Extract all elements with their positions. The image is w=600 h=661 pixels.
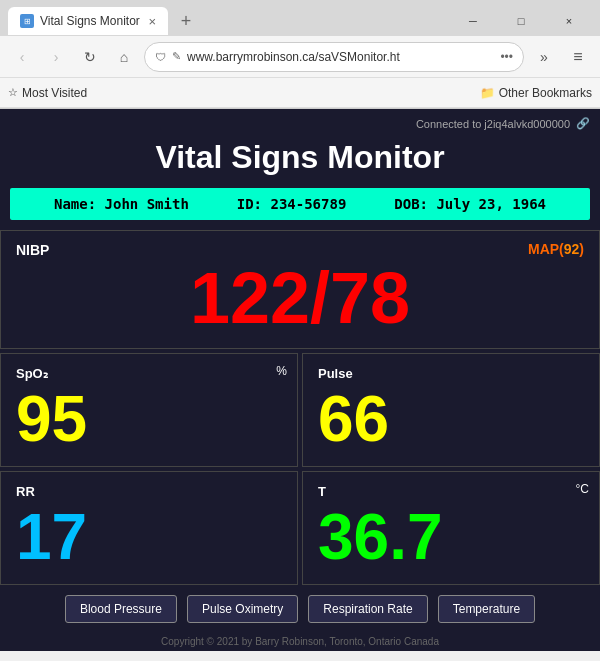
- nav-bar: ‹ › ↻ ⌂ 🛡 ✎ www.barrymrobinson.ca/saVSMo…: [0, 36, 600, 78]
- page-content: Connected to j2iq4alvkd000000 🔗 Vital Si…: [0, 109, 600, 632]
- spo2-section: SpO₂ % 95: [0, 353, 298, 467]
- active-tab[interactable]: ⊞ Vital Signs Monitor ×: [8, 7, 168, 35]
- browser-chrome: ⊞ Vital Signs Monitor × + ─ □ × ‹ › ↻ ⌂ …: [0, 0, 600, 109]
- copyright-text: Copyright © 2021 by Barry Robinson, Toro…: [161, 636, 439, 647]
- security-shield-icon: 🛡: [155, 51, 166, 63]
- spo2-unit: %: [276, 364, 287, 378]
- tab-bar: ⊞ Vital Signs Monitor × + ─ □ ×: [0, 0, 600, 36]
- spo2-value: 95: [16, 382, 282, 456]
- home-button[interactable]: ⌂: [110, 43, 138, 71]
- map-label: MAP(92): [528, 241, 584, 257]
- connection-status-text: Connected to j2iq4alvkd000000: [416, 118, 570, 130]
- other-bookmarks[interactable]: 📁 Other Bookmarks: [480, 86, 592, 100]
- rr-section: RR 17: [0, 471, 298, 585]
- close-button[interactable]: ×: [546, 7, 592, 35]
- tab-title: Vital Signs Monitor: [40, 14, 140, 28]
- browser-menu-button[interactable]: ≡: [564, 43, 592, 71]
- nibp-section: NIBP MAP(92) 122/78: [0, 230, 600, 349]
- restore-button[interactable]: □: [498, 7, 544, 35]
- patient-id: ID: 234-56789: [237, 196, 347, 212]
- nibp-value: 122/78: [16, 259, 584, 338]
- window-controls: ─ □ ×: [450, 7, 592, 35]
- minimize-button[interactable]: ─: [450, 7, 496, 35]
- temp-label: T: [318, 484, 326, 499]
- pulse-section: Pulse 66: [302, 353, 600, 467]
- nibp-label: NIBP: [16, 242, 49, 258]
- action-buttons-row: Blood Pressure Pulse Oximetry Respiratio…: [0, 585, 600, 633]
- other-bookmarks-label: Other Bookmarks: [499, 86, 592, 100]
- patient-info-bar: Name: John Smith ID: 234-56789 DOB: July…: [10, 188, 590, 220]
- extensions-button[interactable]: »: [530, 43, 558, 71]
- app-title: Vital Signs Monitor: [0, 139, 600, 176]
- url-edit-icon: ✎: [172, 50, 181, 63]
- rr-label: RR: [16, 484, 35, 499]
- most-visited-label: Most Visited: [22, 86, 87, 100]
- map-value: 92: [564, 241, 580, 257]
- folder-icon: 📁: [480, 86, 495, 100]
- url-options-icon[interactable]: •••: [500, 50, 513, 64]
- forward-button[interactable]: ›: [42, 43, 70, 71]
- temp-section: T °C 36.7: [302, 471, 600, 585]
- bookmarks-bar: ☆ Most Visited 📁 Other Bookmarks: [0, 78, 600, 108]
- temp-value: 36.7: [318, 500, 584, 574]
- rr-temp-row: RR 17 T °C 36.7: [0, 471, 600, 585]
- refresh-button[interactable]: ↻: [76, 43, 104, 71]
- patient-name: Name: John Smith: [54, 196, 189, 212]
- url-bar[interactable]: 🛡 ✎ www.barrymrobinson.ca/saVSMonitor.ht…: [144, 42, 524, 72]
- patient-dob: DOB: July 23, 1964: [394, 196, 546, 212]
- temperature-button[interactable]: Temperature: [438, 595, 535, 623]
- rr-value: 17: [16, 500, 282, 574]
- respiration-rate-button[interactable]: Respiration Rate: [308, 595, 427, 623]
- temp-unit: °C: [576, 482, 589, 496]
- tab-close-button[interactable]: ×: [148, 14, 156, 29]
- spo2-pulse-row: SpO₂ % 95 Pulse 66: [0, 353, 600, 467]
- url-text: www.barrymrobinson.ca/saVSMonitor.ht: [187, 50, 494, 64]
- pulse-label: Pulse: [318, 366, 353, 381]
- pulse-value: 66: [318, 382, 584, 456]
- connection-link-icon: 🔗: [576, 117, 590, 130]
- blood-pressure-button[interactable]: Blood Pressure: [65, 595, 177, 623]
- tab-favicon: ⊞: [20, 14, 34, 28]
- new-tab-button[interactable]: +: [172, 7, 200, 35]
- pulse-oximetry-button[interactable]: Pulse Oximetry: [187, 595, 298, 623]
- spo2-label: SpO₂: [16, 366, 48, 381]
- star-icon: ☆: [8, 86, 18, 99]
- copyright-bar: Copyright © 2021 by Barry Robinson, Toro…: [0, 632, 600, 651]
- connection-status-bar: Connected to j2iq4alvkd000000 🔗: [416, 117, 590, 130]
- back-button[interactable]: ‹: [8, 43, 36, 71]
- most-visited-bookmark[interactable]: ☆ Most Visited: [8, 86, 87, 100]
